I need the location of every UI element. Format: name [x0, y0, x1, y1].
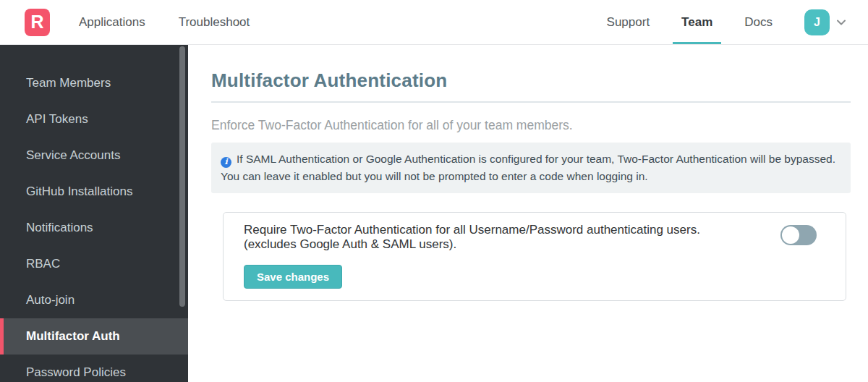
sidebar-item-rbac[interactable]: RBAC [0, 246, 188, 282]
setting-card: Require Two-Factor Authentication for al… [223, 212, 846, 301]
setting-label-line1: Require Two-Factor Authentication for al… [244, 223, 793, 237]
setting-label: Require Two-Factor Authentication for al… [244, 223, 793, 252]
info-banner: If SAML Authentication or Google Authent… [211, 143, 851, 193]
nav-link-docs[interactable]: Docs [744, 0, 773, 44]
sidebar-menu: Team Members API Tokens Service Accounts… [0, 65, 188, 382]
sidebar-item-notifications[interactable]: Notifications [0, 210, 188, 246]
title-divider [211, 101, 851, 103]
user-menu[interactable]: J [804, 0, 848, 44]
chevron-down-icon [835, 16, 848, 29]
toggle-knob [782, 226, 799, 244]
rollbar-logo[interactable]: R [25, 9, 50, 36]
avatar-initial: J [814, 16, 820, 29]
primary-nav: Applications Troubleshoot [79, 15, 250, 30]
secondary-nav: Support Team Docs J [607, 0, 848, 44]
sidebar-item-password-policies[interactable]: Password Policies [0, 355, 188, 382]
sidebar-item-multifactor-auth[interactable]: Multifactor Auth [0, 318, 188, 355]
main-content: Multifactor Authentication Enforce Two-F… [188, 45, 868, 382]
page-layout: Team Members API Tokens Service Accounts… [0, 45, 868, 382]
info-banner-text: If SAML Authentication or Google Authent… [221, 153, 835, 182]
sidebar-item-github-installations[interactable]: GitHub Installations [0, 174, 188, 210]
info-icon [221, 157, 231, 168]
setting-label-line2: (excludes Google Auth & SAML users). [244, 237, 793, 252]
settings-sidebar: Team Members API Tokens Service Accounts… [0, 45, 188, 382]
save-changes-button[interactable]: Save changes [244, 265, 342, 289]
nav-link-troubleshoot[interactable]: Troubleshoot [179, 15, 250, 30]
sidebar-item-service-accounts[interactable]: Service Accounts [0, 137, 188, 174]
nav-tab-team[interactable]: Team [681, 0, 712, 44]
page-description: Enforce Two-Factor Authentication for al… [211, 118, 851, 133]
nav-link-applications[interactable]: Applications [79, 15, 145, 30]
sidebar-scrollbar[interactable] [179, 46, 185, 307]
sidebar-item-team-members[interactable]: Team Members [0, 65, 188, 101]
nav-link-support[interactable]: Support [607, 0, 650, 44]
sidebar-item-auto-join[interactable]: Auto-join [0, 282, 188, 318]
top-navbar: R Applications Troubleshoot Support Team… [0, 0, 868, 45]
two-factor-toggle[interactable] [780, 225, 817, 245]
user-avatar: J [804, 9, 830, 35]
page-title: Multifactor Authentication [211, 69, 851, 92]
sidebar-item-api-tokens[interactable]: API Tokens [0, 101, 188, 137]
logo-letter: R [30, 12, 43, 33]
